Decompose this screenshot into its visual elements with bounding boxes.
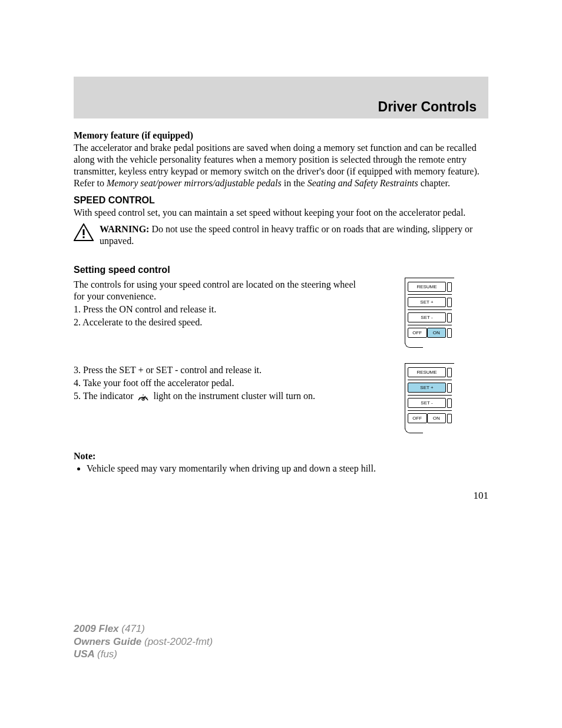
set-minus-button: SET - <box>408 312 446 322</box>
memory-text-c: in the <box>282 178 308 188</box>
warning-block: WARNING: Do not use the speed control in… <box>74 222 488 248</box>
speed-intro: With speed control set, you can maintain… <box>74 207 488 219</box>
footer-l3a: USA <box>74 648 97 660</box>
resume-button: RESUME <box>408 282 446 292</box>
note-list: Vehicle speed may vary momentarily when … <box>74 463 488 475</box>
setting-b-p3b: light on the instrument cluster will tur… <box>153 391 315 401</box>
set-plus-button: SET + <box>408 297 446 307</box>
setm-tab <box>447 313 452 322</box>
warning-text: WARNING: Do not use the speed control in… <box>100 223 488 247</box>
chapter-header-band: Driver Controls <box>74 77 488 118</box>
off-button-2: OFF <box>408 413 427 423</box>
cruise-indicator-icon <box>137 392 150 401</box>
svg-rect-2 <box>83 236 85 238</box>
on-button-highlighted: ON <box>427 328 447 338</box>
resume-tab-2 <box>447 368 452 377</box>
note-item-1: Vehicle speed may vary momentarily when … <box>87 463 488 475</box>
warning-label: WARNING: <box>100 224 149 234</box>
resume-button-2: RESUME <box>408 367 446 377</box>
page-number: 101 <box>74 490 488 502</box>
setting-b-p2: 4. Take your foot off the accelerator pe… <box>74 377 359 389</box>
chapter-title: Driver Controls <box>378 99 477 115</box>
memory-text-e: chapter. <box>418 178 450 188</box>
warning-body: Do not use the speed control in heavy tr… <box>100 224 472 246</box>
setting-b-p3a: 5. The indicator <box>74 391 135 401</box>
footer-l3b: (fus) <box>97 648 117 660</box>
setm-tab-2 <box>447 398 452 408</box>
setting-b-p3: 5. The indicator light on the instrument… <box>74 390 359 402</box>
svg-rect-1 <box>83 229 85 235</box>
warning-triangle-icon <box>74 223 94 241</box>
memory-heading: Memory feature (if equipped) <box>74 130 488 141</box>
speed-control-heading: SPEED CONTROL <box>74 195 488 206</box>
setting-speed-heading: Setting speed control <box>74 265 488 275</box>
setting-block-b: 3. Press the SET + or SET - control and … <box>74 363 488 433</box>
speed-control-panel-2: RESUME SET + SET - OFF ON <box>405 363 454 433</box>
footer-l1a: 2009 Flex <box>74 623 121 634</box>
set-plus-button-highlighted: SET + <box>408 383 446 393</box>
off-button: OFF <box>408 328 427 338</box>
on-tab-2 <box>447 414 452 423</box>
footer-l2a: Owners Guide <box>74 636 144 647</box>
speed-control-panel-1: RESUME SET + SET - OFF ON <box>405 278 454 348</box>
setp-tab <box>447 298 452 307</box>
setting-a-p3: 2. Accelerate to the desired speed. <box>74 317 359 328</box>
setting-b-p1: 3. Press the SET + or SET - control and … <box>74 364 359 376</box>
memory-text-d: Seating and Safety Restraints <box>308 178 418 188</box>
resume-tab <box>447 282 452 292</box>
memory-paragraph: The accelerator and brake pedal position… <box>74 142 488 189</box>
note-heading: Note: <box>74 451 95 461</box>
footer-l2b: (post-2002-fmt) <box>144 636 213 647</box>
setting-a-p1: The controls for using your speed contro… <box>74 279 359 302</box>
on-button-2: ON <box>427 413 447 423</box>
footer-l1b: (471) <box>121 623 145 634</box>
memory-text-b: Memory seat/power mirrors/adjustable ped… <box>107 178 282 188</box>
footer: 2009 Flex (471) Owners Guide (post-2002-… <box>74 622 213 660</box>
setting-a-p2: 1. Press the ON control and release it. <box>74 304 359 315</box>
setting-block-a: The controls for using your speed contro… <box>74 278 488 348</box>
set-minus-button-2: SET - <box>408 398 446 408</box>
setp-tab-2 <box>447 383 452 393</box>
on-tab <box>447 328 452 338</box>
